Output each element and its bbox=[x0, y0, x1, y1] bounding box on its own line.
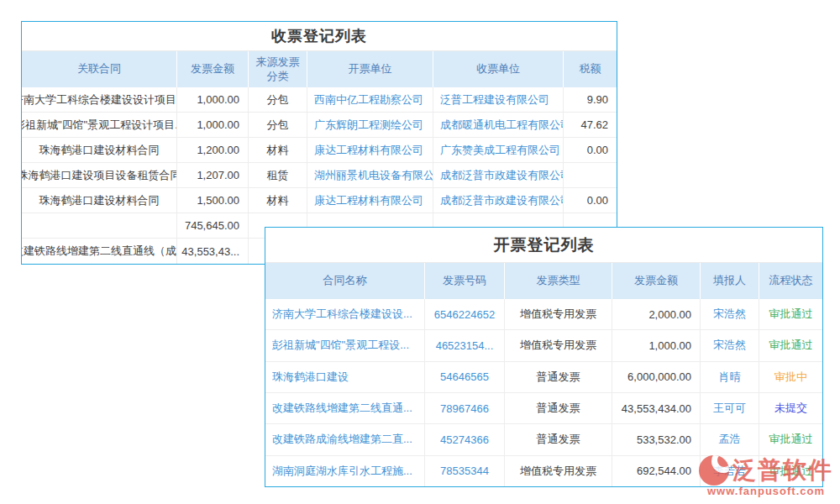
cell-flow-status: 审批通过 bbox=[759, 424, 822, 454]
cell-source-category: 租赁 bbox=[249, 163, 307, 187]
cell-related-contract bbox=[22, 213, 177, 238]
receipt-table-header: 关联合同 发票金额 来源发票分类 开票单位 收票单位 税额 bbox=[22, 51, 617, 87]
watermark: 泛普软件 www.fanpusoft.com bbox=[699, 454, 833, 497]
cell-invoice-amount: 745,645.00 bbox=[177, 213, 249, 238]
header-tax-amount: 税额 bbox=[564, 51, 617, 87]
cell-invoice-amount: 43,553,43... bbox=[177, 239, 249, 264]
cell-reporter-link[interactable]: 宋浩然 bbox=[701, 299, 759, 329]
cell-flow-status: 审批中 bbox=[759, 362, 822, 392]
cell-source-category: 材料 bbox=[249, 188, 307, 213]
table-row: 珠海鹤港口建设材料合同 1,200.00 材料 康达工程材料有限公司 广东赞美成… bbox=[22, 138, 617, 163]
cell-related-contract: 改建铁路线增建第二线直通线（成... bbox=[22, 239, 177, 264]
cell-contract-name-link[interactable]: 湖南洞庭湖水库引水工程施... bbox=[265, 456, 425, 486]
table-row: 珠海鹤港口建设材料合同 1,500.00 材料 康达工程材料有限公司 成都泛普市… bbox=[22, 188, 617, 213]
cell-flow-status: 审批通过 bbox=[759, 299, 822, 329]
cell-source-category: 材料 bbox=[249, 138, 307, 162]
header-receiving-unit: 收票单位 bbox=[433, 51, 564, 87]
cell-related-contract: 济南大学工科综合楼建设设计项目... bbox=[22, 87, 177, 112]
cell-contract-name-link[interactable]: 改建铁路成渝线增建第二直... bbox=[265, 424, 425, 454]
cell-contract-name-link[interactable]: 彭祖新城"四馆"景观工程设... bbox=[265, 330, 425, 360]
table-row: 济南大学工科综合楼建设设... 6546224652 增值税专用发票 2,000… bbox=[265, 299, 822, 330]
cell-invoice-amount: 6,000,000.00 bbox=[612, 362, 701, 392]
header-invoice-amount: 发票金额 bbox=[612, 263, 701, 299]
cell-invoice-number-link[interactable]: 54646565 bbox=[425, 362, 505, 392]
cell-reporter-link[interactable]: 孟浩 bbox=[701, 424, 759, 454]
cell-reporter-link[interactable]: 肖晴 bbox=[701, 362, 759, 392]
cell-receiving-unit-link[interactable]: 广东赞美成工程有限公司 bbox=[433, 138, 564, 162]
cell-reporter-link[interactable]: 宋浩然 bbox=[701, 330, 759, 360]
cell-issuing-unit-link[interactable]: 康达工程材料有限公司 bbox=[307, 188, 433, 213]
header-contract-name: 合同名称 bbox=[265, 263, 425, 299]
cell-issuing-unit-link[interactable]: 湖州丽景机电设备有限公司 bbox=[307, 163, 433, 187]
cell-invoice-amount: 2,000.00 bbox=[612, 299, 701, 329]
cell-invoice-amount: 1,000.00 bbox=[612, 330, 701, 360]
cell-tax-amount: 47.62 bbox=[564, 113, 617, 137]
cell-invoice-type: 普通发票 bbox=[505, 393, 612, 423]
cell-tax-amount bbox=[564, 163, 617, 187]
receipt-table-title: 收票登记列表 bbox=[22, 22, 617, 51]
cell-related-contract: 珠海鹤港口建设材料合同 bbox=[22, 138, 177, 162]
cell-issuing-unit-link[interactable]: 康达工程材料有限公司 bbox=[307, 138, 433, 162]
header-invoice-type: 发票类型 bbox=[505, 263, 612, 299]
cell-issuing-unit-link[interactable]: 广东辉朗工程测绘公司 bbox=[307, 113, 433, 137]
invoice-table-title: 开票登记列表 bbox=[265, 228, 822, 263]
table-row: 改建铁路成渝线增建第二直... 45274366 普通发票 533,532.00… bbox=[265, 424, 822, 455]
cell-invoice-type: 增值税专用发票 bbox=[505, 330, 612, 360]
cell-invoice-amount: 1,200.00 bbox=[177, 138, 249, 162]
header-related-contract: 关联合同 bbox=[22, 51, 177, 87]
cell-flow-status: 未提交 bbox=[759, 393, 822, 423]
header-reporter: 填报人 bbox=[701, 263, 759, 299]
cell-reporter-link[interactable]: 王可可 bbox=[701, 393, 759, 423]
header-invoice-amount: 发票金额 bbox=[177, 51, 249, 87]
cell-contract-name-link[interactable]: 济南大学工科综合楼建设设... bbox=[265, 299, 425, 329]
table-row: 改建铁路线增建第二线直通... 78967466 普通发票 43,553,434… bbox=[265, 393, 822, 424]
cell-related-contract: 彭祖新城"四馆"景观工程设计项目... bbox=[22, 113, 177, 137]
cell-related-contract: 珠海鹤港口建设项目设备租赁合同 bbox=[22, 163, 177, 187]
cell-invoice-number-link[interactable]: 78967466 bbox=[425, 393, 505, 423]
header-flow-status: 流程状态 bbox=[759, 263, 822, 299]
cell-receiving-unit-link[interactable]: 成都暖通机电工程有限公司 bbox=[433, 113, 564, 137]
cell-invoice-amount: 1,207.00 bbox=[177, 163, 249, 187]
table-row: 珠海鹤港口建设项目设备租赁合同 1,207.00 租赁 湖州丽景机电设备有限公司… bbox=[22, 163, 617, 188]
header-source-category: 来源发票分类 bbox=[249, 51, 307, 87]
cell-tax-amount: 0.00 bbox=[564, 138, 617, 162]
cell-invoice-amount: 43,553,434.00 bbox=[612, 393, 701, 423]
table-row: 彭祖新城"四馆"景观工程设计项目... 1,000.00 分包 广东辉朗工程测绘… bbox=[22, 113, 617, 138]
cell-tax-amount: 0.00 bbox=[564, 188, 617, 213]
cell-invoice-type: 增值税专用发票 bbox=[505, 456, 612, 486]
cell-invoice-amount: 533,532.00 bbox=[612, 424, 701, 454]
cell-invoice-number-link[interactable]: 46523154... bbox=[425, 330, 505, 360]
cell-related-contract: 珠海鹤港口建设材料合同 bbox=[22, 188, 177, 213]
watermark-url: www.fanpusoft.com bbox=[699, 485, 833, 497]
cell-invoice-amount: 1,000.00 bbox=[177, 87, 249, 112]
cell-receiving-unit-link[interactable]: 成都泛普市政建设有限公司 bbox=[433, 188, 564, 213]
cell-invoice-type: 普通发票 bbox=[505, 362, 612, 392]
fanpu-logo-icon bbox=[699, 455, 729, 486]
cell-contract-name-link[interactable]: 改建铁路线增建第二线直通... bbox=[265, 393, 425, 423]
cell-source-category: 分包 bbox=[249, 87, 307, 112]
cell-invoice-amount: 1,500.00 bbox=[177, 188, 249, 213]
invoice-table-header: 合同名称 发票号码 发票类型 发票金额 填报人 流程状态 bbox=[265, 263, 822, 299]
header-issuing-unit: 开票单位 bbox=[307, 51, 433, 87]
cell-invoice-type: 普通发票 bbox=[505, 424, 612, 454]
cell-invoice-amount: 1,000.00 bbox=[177, 113, 249, 137]
header-invoice-number: 发票号码 bbox=[425, 263, 505, 299]
table-row: 珠海鹤港口建设 54646565 普通发票 6,000,000.00 肖晴 审批… bbox=[265, 362, 822, 393]
watermark-brand: 泛普软件 bbox=[732, 454, 833, 486]
cell-tax-amount: 9.90 bbox=[564, 87, 617, 112]
cell-invoice-number-link[interactable]: 78535344 bbox=[425, 456, 505, 486]
cell-issuing-unit-link[interactable]: 西南中亿工程勘察公司 bbox=[307, 87, 433, 112]
table-row: 济南大学工科综合楼建设设计项目... 1,000.00 分包 西南中亿工程勘察公… bbox=[22, 87, 617, 113]
cell-invoice-number-link[interactable]: 45274366 bbox=[425, 424, 505, 454]
cell-invoice-type: 增值税专用发票 bbox=[505, 299, 612, 329]
invoice-register-table: 开票登记列表 合同名称 发票号码 发票类型 发票金额 填报人 流程状态 济南大学… bbox=[265, 227, 823, 487]
cell-invoice-amount: 692,544.00 bbox=[612, 456, 701, 486]
cell-flow-status: 审批通过 bbox=[759, 330, 822, 360]
cell-contract-name-link[interactable]: 珠海鹤港口建设 bbox=[265, 362, 425, 392]
cell-receiving-unit-link[interactable]: 成都泛普市政建设有限公司 bbox=[433, 163, 564, 187]
table-row: 彭祖新城"四馆"景观工程设... 46523154... 增值税专用发票 1,0… bbox=[265, 330, 822, 361]
cell-receiving-unit-link[interactable]: 泛普工程建设有限公司 bbox=[433, 87, 564, 112]
cell-source-category: 分包 bbox=[249, 113, 307, 137]
cell-invoice-number-link[interactable]: 6546224652 bbox=[425, 299, 505, 329]
